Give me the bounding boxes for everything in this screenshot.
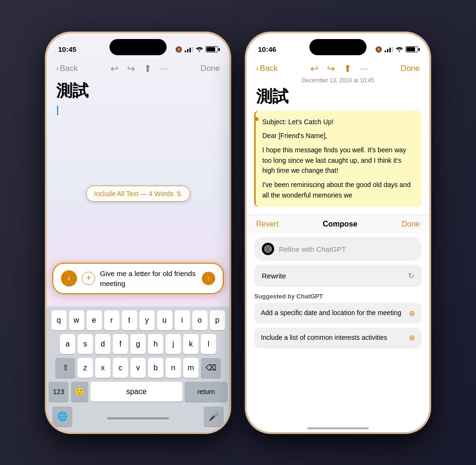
redo-icon-left[interactable]: ↪ <box>127 63 135 74</box>
key-123[interactable]: 123 <box>49 382 69 402</box>
key-u[interactable]: u <box>157 310 172 330</box>
chatgpt-input[interactable]: Refine with ChatGPT <box>254 237 422 261</box>
done-button-left[interactable]: Done <box>200 64 220 73</box>
key-shift[interactable]: ⇧ <box>55 358 75 378</box>
key-v[interactable]: v <box>130 358 146 378</box>
compose-tab-bar: Revert Compose Done <box>247 215 429 233</box>
revert-tab[interactable]: Revert <box>256 220 278 228</box>
chevron-updown-icon: ⇅ <box>176 190 182 198</box>
undo-icon-left[interactable]: ↩ <box>110 63 119 74</box>
dynamic-island-right <box>309 39 367 55</box>
suggested-item-1[interactable]: Add a specific date and location for the… <box>254 303 422 324</box>
share-icon-right[interactable]: ⬆ <box>344 63 352 74</box>
key-y[interactable]: y <box>139 310 155 330</box>
status-icons-left: 🔕 <box>175 45 218 53</box>
include-all-text-label: Include All Text — 4 Words <box>94 190 174 198</box>
note-greeting: Dear [Friend's Name], <box>262 131 415 141</box>
chatgpt-logo <box>262 243 274 255</box>
signal-icon-right <box>385 47 393 52</box>
key-h[interactable]: h <box>148 334 163 354</box>
key-globe[interactable]: 🌐 <box>52 406 72 426</box>
more-icon-right[interactable]: ··· <box>360 63 368 74</box>
battery-icon-right <box>406 46 418 52</box>
toolbar-center-left: ↩ ↪ ⬆ ··· <box>110 63 169 74</box>
arrow-icon-1: ⊕ <box>409 309 415 318</box>
key-l[interactable]: l <box>201 334 216 354</box>
key-return[interactable]: return <box>185 382 228 402</box>
share-icon-left[interactable]: ⬆ <box>144 63 152 74</box>
key-mic[interactable]: 🎤 <box>204 406 224 426</box>
key-c[interactable]: c <box>113 358 128 378</box>
date-subtitle: December 13, 2024 at 10:45 <box>247 77 429 84</box>
key-n[interactable]: n <box>166 358 181 378</box>
plus-icon: + <box>86 273 91 283</box>
key-k[interactable]: k <box>183 334 198 354</box>
toolbar-left: ‹ Back ↩ ↪ ⬆ ··· Done <box>47 59 229 78</box>
key-x[interactable]: x <box>95 358 110 378</box>
ai-input-text[interactable]: Give me a letter for old friends meeting <box>100 268 197 288</box>
done-button-right[interactable]: Done <box>400 64 420 73</box>
chevron-left-icon-right: ‹ <box>256 64 259 73</box>
ai-input-container: ‹ + Give me a letter for old friends mee… <box>52 263 224 294</box>
key-q[interactable]: q <box>51 310 67 330</box>
key-b[interactable]: b <box>148 358 163 378</box>
page-title-right: 測試 <box>247 86 429 108</box>
back-arrow-button[interactable]: ‹ <box>61 270 77 287</box>
key-s[interactable]: s <box>78 334 93 354</box>
key-emoji[interactable]: 🙂 <box>71 382 88 402</box>
note-area: Subject: Let's Catch Up! Dear [Friend's … <box>247 108 429 215</box>
key-d[interactable]: d <box>95 334 110 354</box>
key-space[interactable]: space <box>90 382 182 402</box>
bell-icon-right: 🔕 <box>375 46 382 53</box>
suggested-item-2[interactable]: Include a list of common interests activ… <box>254 327 422 348</box>
keyboard-row-4: 123 🙂 space return <box>49 382 228 402</box>
keyboard-row-1: q w e r t y u i o p <box>49 310 228 330</box>
suggested-text-1: Add a specific date and location for the… <box>261 308 409 318</box>
key-f[interactable]: f <box>113 334 128 354</box>
dynamic-island-left <box>109 39 167 55</box>
suggested-section: Suggested by ChatGPT Add a specific date… <box>247 290 429 354</box>
text-area-left[interactable] <box>47 102 229 130</box>
suggested-title: Suggested by ChatGPT <box>254 293 422 300</box>
key-r[interactable]: r <box>104 310 119 330</box>
send-button[interactable]: ↑ <box>202 272 215 285</box>
home-indicator-left <box>107 417 169 419</box>
svg-point-0 <box>199 50 200 52</box>
key-z[interactable]: z <box>78 358 93 378</box>
done-tab[interactable]: Done <box>402 220 420 228</box>
toolbar-center-right: ↩ ↪ ⬆ ··· <box>310 63 368 74</box>
key-p[interactable]: p <box>210 310 225 330</box>
key-i[interactable]: i <box>175 310 190 330</box>
signal-icon-left <box>185 47 193 52</box>
key-m[interactable]: m <box>183 358 198 378</box>
add-button[interactable]: + <box>82 272 95 285</box>
key-a[interactable]: a <box>60 334 75 354</box>
undo-icon-right[interactable]: ↩ <box>310 63 318 74</box>
key-t[interactable]: t <box>122 310 137 330</box>
redo-icon-right[interactable]: ↪ <box>327 63 335 74</box>
rewrite-label: Rewrite <box>262 272 286 280</box>
rewrite-button[interactable]: Rewrite ↻ <box>254 265 422 287</box>
key-delete[interactable]: ⌫ <box>201 358 221 378</box>
left-phone: 10:45 🔕 ‹ Back <box>45 32 231 434</box>
compose-tab[interactable]: Compose <box>323 220 357 228</box>
svg-point-1 <box>399 50 400 52</box>
back-button-right[interactable]: ‹ Back <box>256 64 278 73</box>
include-all-text-button[interactable]: Include All Text — 4 Words ⇅ <box>86 186 190 202</box>
key-w[interactable]: w <box>69 310 84 330</box>
key-j[interactable]: j <box>166 334 181 354</box>
keyboard-left: q w e r t y u i o p a s d f g h j k l <box>47 307 229 432</box>
note-para1: I hope this message finds you well. It's… <box>262 145 415 176</box>
arrow-icon-2: ⊕ <box>409 333 415 342</box>
bell-icon-left: 🔕 <box>175 46 182 53</box>
key-g[interactable]: g <box>130 334 146 354</box>
note-para2: I've been reminiscing about the good old… <box>262 180 415 200</box>
back-button-left[interactable]: ‹ Back <box>56 64 78 73</box>
key-e[interactable]: e <box>87 310 102 330</box>
note-block: Subject: Let's Catch Up! Dear [Friend's … <box>254 110 422 208</box>
key-o[interactable]: o <box>192 310 208 330</box>
more-icon-left[interactable]: ··· <box>160 63 169 74</box>
wifi-icon-right <box>396 45 403 53</box>
right-phone: 10:46 🔕 ‹ Back <box>245 32 431 434</box>
cursor-left <box>57 106 58 115</box>
